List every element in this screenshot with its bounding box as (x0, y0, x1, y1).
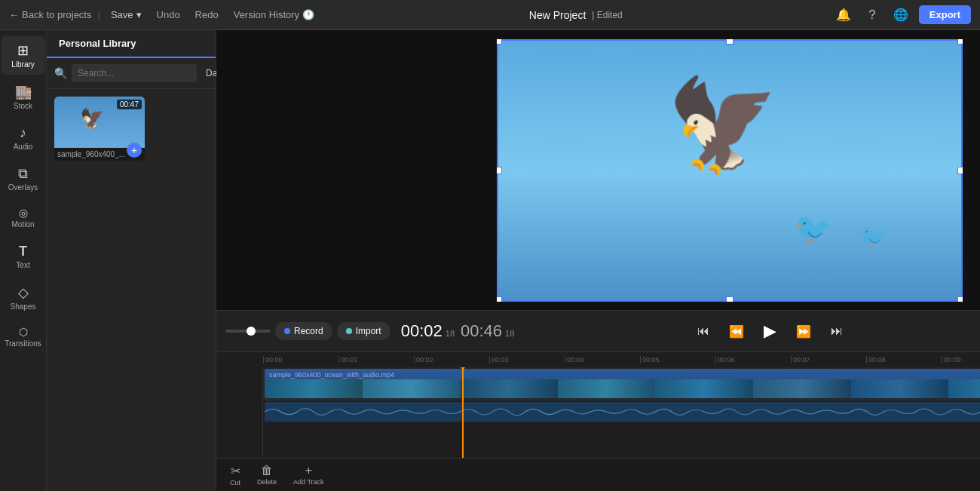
current-time: 00:02 (401, 321, 443, 341)
rewind-button[interactable]: ⏪ (724, 320, 749, 343)
import-icon (346, 328, 352, 334)
preview-frame: 🦅 🐦 🐦 (497, 39, 963, 302)
library-content: 🦅 00:47 + sample_960x400_... (47, 89, 216, 491)
topbar-left: ← Back to projects | Save ▾ Undo Redo Ve… (9, 7, 319, 23)
ruler-mark: 00:01 (338, 356, 414, 364)
total-time: 00:46 (461, 321, 502, 341)
svg-text:🐦: 🐦 (859, 222, 889, 250)
ruler-mark: 00:09 (942, 356, 980, 364)
audio-waveform (265, 404, 980, 419)
version-history-label: Version History (234, 9, 299, 20)
sidebar-item-motion[interactable]: ◎ Motion (2, 201, 45, 235)
export-button[interactable]: Export (919, 5, 971, 24)
clip-frames (265, 379, 980, 398)
save-button[interactable]: Save ▾ (106, 7, 146, 23)
sidebar-item-overlays[interactable]: ⧉ Overlays (2, 160, 45, 198)
svg-text:🦅: 🦅 (666, 72, 779, 179)
fast-forward-button[interactable]: ⏩ (792, 320, 816, 343)
delete-tool-button[interactable]: 🗑 Delete (251, 461, 283, 489)
back-arrow-icon: ← (9, 9, 19, 20)
sidebar-library-label: Library (11, 60, 35, 69)
redo-button[interactable]: Redo (191, 7, 223, 23)
ruler-mark: 00:05 (640, 356, 715, 364)
sidebar-item-text[interactable]: T Text (2, 238, 45, 275)
sidebar-text-label: Text (16, 261, 29, 269)
edited-status: | Edited (592, 10, 622, 20)
ruler-mark: 00:06 (715, 356, 791, 364)
track-labels (216, 367, 263, 458)
video-preview: 🦅 🐦 🐦 (497, 39, 963, 302)
video-track: sample_960x400_ocean_with_audio.mp4 (263, 367, 980, 400)
sidebar-item-stock[interactable]: 🏬 Stock (2, 78, 45, 116)
library-search-bar: 🔍 Date ▾ ⊟ (47, 58, 216, 89)
help-button[interactable]: ? (862, 5, 883, 26)
sidebar-item-transitions[interactable]: ⬡ Transitions (2, 320, 45, 354)
record-label: Record (294, 326, 323, 336)
skip-to-start-button[interactable]: ⏮ (693, 320, 714, 342)
add-track-icon: + (305, 464, 312, 477)
back-button[interactable]: ← Back to projects (9, 9, 92, 20)
add-track-button[interactable]: + Add Track (287, 461, 330, 489)
search-input[interactable] (72, 64, 197, 82)
timeline-tracks: sample_960x400_ocean_with_audio.mp4 (263, 367, 980, 458)
transport-center: ⏮ ⏪ ▶ ⏩ ⏭ (522, 317, 980, 345)
sidebar-transitions-label: Transitions (5, 339, 41, 348)
notifications-button[interactable]: 🔔 (833, 5, 854, 26)
timeline-content: sample_960x400_ocean_with_audio.mp4 (216, 367, 980, 458)
thumbnail-duration: 00:47 (117, 100, 142, 109)
add-to-timeline-button[interactable]: + (127, 143, 142, 158)
playhead[interactable] (462, 367, 464, 458)
text-icon: T (19, 244, 27, 259)
main-layout: ⊞ Library 🏬 Stock ♪ Audio ⧉ Overlays ◎ M… (0, 30, 980, 491)
volume-thumb[interactable] (247, 327, 256, 336)
back-label: Back to projects (22, 9, 92, 20)
delete-label: Delete (257, 478, 277, 486)
stock-icon: 🏬 (15, 84, 32, 100)
current-fps: 18 (446, 329, 455, 338)
transport-left: Record Import 00:02 18 00:46 18 (225, 321, 514, 341)
ruler-mark: 00:00 (263, 356, 338, 364)
search-icon: 🔍 (54, 67, 67, 79)
topbar-center: New Project | Edited (325, 9, 827, 21)
ruler-mark: 00:03 (489, 356, 565, 364)
record-button[interactable]: Record (275, 322, 332, 340)
total-fps: 18 (505, 329, 514, 338)
sidebar-item-library[interactable]: ⊞ Library (2, 36, 45, 75)
shapes-icon: ◇ (18, 284, 29, 301)
preview-container: 🦅 🐦 🐦 (216, 30, 980, 310)
audio-track (263, 400, 980, 423)
personal-library-tab[interactable]: Personal Library (47, 30, 216, 58)
sidebar-item-shapes[interactable]: ◇ Shapes (2, 278, 45, 317)
audio-icon: ♪ (20, 125, 26, 141)
add-track-label: Add Track (293, 478, 324, 486)
time-display: 00:02 18 00:46 18 (401, 321, 515, 341)
timeline: 00:00 00:01 00:02 00:03 00:04 00:05 00:0… (216, 352, 980, 458)
skip-to-end-button[interactable]: ⏭ (826, 320, 847, 342)
cut-tool-button[interactable]: ✂ Cut (224, 461, 247, 489)
cut-label: Cut (230, 479, 240, 486)
import-button[interactable]: Import (337, 322, 390, 340)
save-label: Save (111, 9, 133, 20)
version-history-icon: 🕐 (302, 9, 314, 20)
play-pause-button[interactable]: ▶ (759, 317, 781, 345)
sidebar-overlays-label: Overlays (8, 183, 38, 192)
ruler-mark: 00:08 (866, 356, 942, 364)
sidebar-item-audio[interactable]: ♪ Audio (2, 119, 45, 157)
version-history-button[interactable]: Version History 🕐 (229, 7, 319, 23)
sidebar-stock-label: Stock (14, 102, 32, 110)
timeline-ruler: 00:00 00:01 00:02 00:03 00:04 00:05 00:0… (216, 352, 980, 367)
language-button[interactable]: 🌐 (890, 5, 911, 26)
cut-icon: ✂ (231, 464, 240, 478)
video-area: 🦅 🐦 🐦 (216, 30, 980, 491)
video-clip[interactable]: sample_960x400_ocean_with_audio.mp4 (265, 369, 980, 398)
library-icon: ⊞ (17, 42, 29, 59)
transitions-icon: ⬡ (19, 326, 28, 338)
media-item[interactable]: 🦅 00:47 + sample_960x400_... (54, 97, 145, 161)
volume-slider[interactable] (225, 330, 271, 333)
save-dropdown-icon: ▾ (136, 9, 142, 20)
transport-bar: Record Import 00:02 18 00:46 18 ⏮ ⏪ ▶ (216, 310, 980, 352)
undo-button[interactable]: Undo (152, 7, 185, 23)
audio-clip[interactable] (265, 402, 980, 422)
topbar-separator: | (98, 9, 100, 20)
topbar-right: 🔔 ? 🌐 Export (833, 5, 971, 26)
